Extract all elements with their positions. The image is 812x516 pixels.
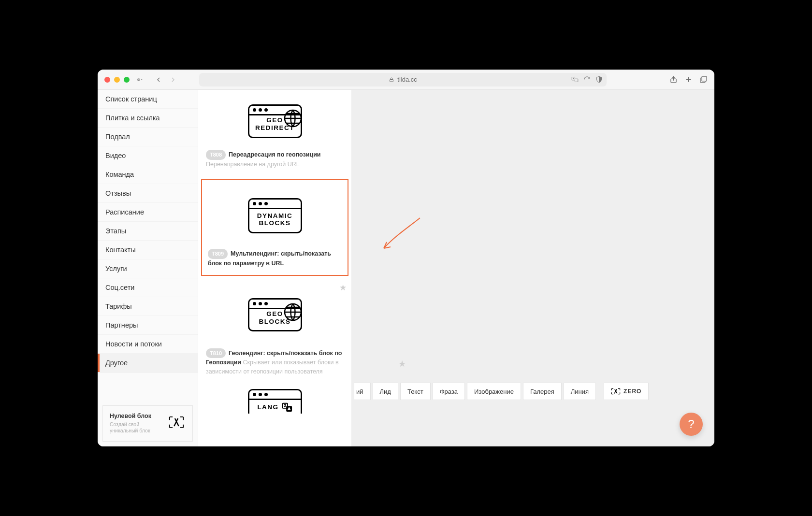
sidebar-item[interactable]: Этапы (98, 222, 198, 241)
quick-add-zero-button[interactable]: ZERO (604, 383, 649, 400)
translate-icon (282, 402, 292, 413)
block-card-t808[interactable]: GEOREDIRECT T808Переадресация по геопози… (198, 90, 351, 176)
sidebar-item[interactable]: Новости и потоки (98, 335, 198, 354)
page-preview: ★ ий Лид Текст Фраза Изображение Галерея… (352, 90, 714, 446)
sidebar-item[interactable]: Услуги (98, 259, 198, 278)
zero-block-title: Нулевой блок (110, 413, 163, 419)
browser-window-icon: GEOBLOCKS (248, 298, 302, 331)
button-label: ZERO (624, 388, 641, 395)
sidebar-item[interactable]: Соц.сети (98, 278, 198, 297)
reload-icon[interactable] (583, 76, 591, 83)
quick-add-button[interactable]: Галерея (523, 383, 562, 400)
sidebar-item[interactable]: Плитка и ссылка (98, 109, 198, 128)
block-library: GEOREDIRECT T808Переадресация по геопози… (198, 90, 352, 446)
window-controls (104, 77, 130, 83)
sidebar-item-label: Тарифы (105, 302, 132, 310)
help-button[interactable]: ? (680, 413, 703, 436)
button-label: Галерея (530, 388, 554, 395)
back-button[interactable] (152, 73, 165, 86)
address-bar[interactable]: tilda.cc (199, 73, 607, 86)
sidebar-item-label: Этапы (105, 227, 126, 235)
svg-rect-8 (702, 76, 707, 81)
sidebar-item[interactable]: Команда (98, 165, 198, 184)
block-desc: Перенаправление на другой URL (206, 161, 300, 168)
block-code-pill: T808 (206, 150, 226, 160)
block-card-lang[interactable]: LANG (198, 384, 351, 423)
quick-add-button[interactable]: Линия (564, 383, 596, 400)
zero-block-sub: Создай свой уникальный блок (110, 421, 153, 434)
quick-add-button[interactable]: Изображение (467, 383, 521, 400)
sidebar-item-label: Услуги (105, 265, 127, 272)
sidebar-item-label: Расписание (105, 208, 144, 216)
sidebar-item-label: Соц.сети (105, 284, 134, 291)
sidebar-item[interactable]: Отзывы (98, 184, 198, 203)
sidebar-item-label: Список страниц (105, 95, 157, 103)
sidebar-item[interactable]: Видео (98, 146, 198, 165)
quick-add-button[interactable]: Фраза (433, 383, 465, 400)
tabs-icon[interactable] (699, 75, 708, 84)
lock-icon (389, 77, 394, 83)
sidebar-item-label: Другое (105, 359, 128, 367)
block-preview: LANG (206, 389, 344, 423)
nav-buttons (152, 73, 180, 86)
titlebar-right (669, 75, 708, 84)
browser-window: tilda.cc Список страниц Плитка и ссылка … (98, 70, 714, 446)
browser-titlebar: tilda.cc (98, 70, 714, 90)
globe-icon (283, 302, 302, 322)
sidebar-item-label: Партнеры (105, 321, 138, 329)
block-title: Переадресация по геопозиции (229, 151, 320, 158)
sidebar-item-label: Команда (105, 171, 134, 178)
minimize-window-button[interactable] (114, 77, 120, 83)
quick-add-button[interactable]: ий (354, 383, 371, 400)
favorite-star-icon[interactable]: ★ (398, 358, 406, 369)
sidebar-item[interactable]: Партнеры (98, 316, 198, 335)
app-content: Список страниц Плитка и ссылка Подвал Ви… (98, 90, 714, 446)
block-card-t810[interactable]: ★ GEOBLOCKS T810Геолендинг: скрыть/показ… (198, 279, 351, 384)
sidebar-toggle-button[interactable] (137, 77, 143, 82)
browser-window-icon: GEOREDIRECT (248, 104, 302, 138)
button-label: Лид (380, 388, 391, 395)
close-window-button[interactable] (104, 77, 110, 83)
globe-icon (283, 109, 302, 128)
maximize-window-button[interactable] (124, 77, 130, 83)
zero-block-card[interactable]: Нулевой блок Создай свой уникальный блок (102, 405, 193, 442)
sidebar-item-label: Подвал (105, 133, 130, 141)
favorite-star-icon[interactable]: ★ (339, 283, 347, 293)
translate-icon[interactable] (571, 76, 579, 83)
url-text: tilda.cc (397, 76, 417, 83)
addr-actions (571, 76, 603, 83)
share-icon[interactable] (669, 75, 678, 84)
svg-rect-4 (575, 79, 578, 82)
sidebar-item-label: Плитка и ссылка (105, 114, 160, 122)
button-label: Линия (571, 388, 589, 395)
sidebar-item[interactable]: Подвал (98, 128, 198, 146)
button-label: Фраза (440, 388, 458, 395)
block-preview: DYNAMICBLOCKS (208, 184, 342, 247)
block-preview: GEOREDIRECT (206, 95, 344, 148)
button-label: Текст (407, 388, 423, 395)
zero-icon (611, 387, 621, 395)
quick-add-bar: ий Лид Текст Фраза Изображение Галерея Л… (352, 383, 714, 400)
category-list: Список страниц Плитка и ссылка Подвал Ви… (98, 90, 198, 401)
button-label: Изображение (474, 388, 514, 395)
category-sidebar: Список страниц Плитка и ссылка Подвал Ви… (98, 90, 198, 446)
forward-button[interactable] (166, 73, 180, 86)
sidebar-item[interactable]: Контакты (98, 241, 198, 259)
new-tab-icon[interactable] (684, 75, 693, 84)
svg-rect-0 (138, 79, 140, 81)
sidebar-item[interactable]: Расписание (98, 203, 198, 222)
sidebar-item[interactable]: Список страниц (98, 90, 198, 109)
block-card-t809[interactable]: DYNAMICBLOCKS T809Мультилендинг: скрыть/… (201, 179, 348, 275)
zero-block-icon (167, 415, 186, 431)
quick-add-button[interactable]: Лид (373, 383, 398, 400)
block-preview: GEOBLOCKS (206, 284, 344, 346)
sidebar-item-label: Новости и потоки (105, 340, 162, 348)
lang-label: LANG (257, 403, 278, 411)
svg-rect-2 (390, 79, 393, 82)
sidebar-item-label: Видео (105, 152, 126, 159)
shield-icon[interactable] (595, 76, 603, 83)
block-code-pill: T810 (206, 348, 226, 358)
quick-add-button[interactable]: Текст (400, 383, 431, 400)
sidebar-item[interactable]: Тарифы (98, 297, 198, 316)
sidebar-item-other[interactable]: Другое (98, 354, 198, 373)
